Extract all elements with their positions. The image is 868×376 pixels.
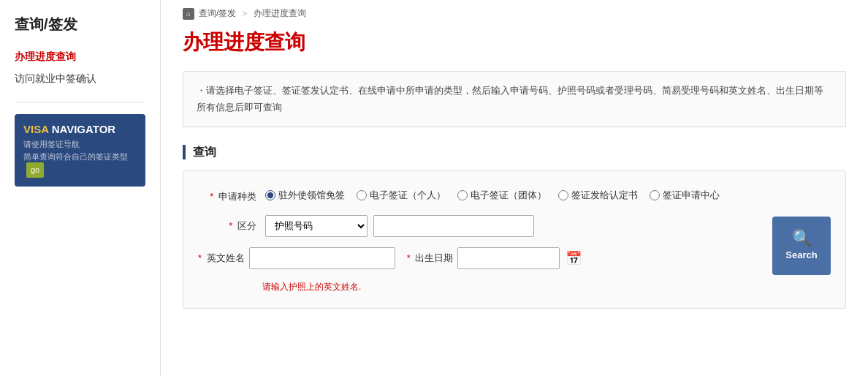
visa-navigator-title: VISA NAVIGATOR [23,123,137,135]
sidebar: 查询/签发 办理进度查询 访问就业中签确认 VISA NAVIGATOR 请使用… [0,0,161,376]
application-type-label: * 申请种类 [198,186,256,203]
application-type-row: * 申请种类 驻外使领馆免签 电子签证（个人） 电子签证（团体） [198,186,831,203]
dob-group: * 出生日期 📅 [407,247,582,269]
radio-embassy[interactable]: 驻外使领馆免签 [265,189,345,202]
application-type-radio-group: 驻外使领馆免签 电子签证（个人） 电子签证（团体） 签证发给认定书 [265,186,831,202]
visa-brand: VISA [23,123,48,135]
sidebar-divider [15,102,145,102]
dob-input[interactable] [457,247,560,269]
english-name-input[interactable] [249,247,395,269]
radio-center[interactable]: 签证申请中心 [650,189,720,202]
category-select[interactable]: 护照号码 [265,215,368,237]
radio-cert[interactable]: 签证发给认定书 [558,189,638,202]
fields-column: * 区分 护照号码 [198,215,764,293]
required-star-2: * [229,220,232,231]
english-name-error: 请输入护照上的英文姓名. [262,281,361,293]
radio-e-visa-personal-label: 电子签证（个人） [370,189,446,202]
category-row: * 区分 护照号码 [198,215,764,237]
search-button-label: Search [785,249,817,260]
main-content: ⌂ 查询/签发 ＞ 办理进度查询 办理进度查询 ・请选择电子签证、签证签发认定书… [161,0,868,376]
calendar-icon[interactable]: 📅 [566,250,582,266]
visa-navigator-line1: 请使用签证导航 简单查询符合自己的签证类型 go [23,138,137,178]
radio-e-visa-personal[interactable]: 电子签证（个人） [357,189,446,202]
combined-fields-row: * 区分 护照号码 [198,215,831,293]
sidebar-item-progress[interactable]: 办理进度查询 [15,46,145,68]
radio-embassy-label: 驻外使领馆免签 [278,189,345,202]
radio-center-label: 签证申请中心 [663,189,720,202]
radio-center-input[interactable] [650,190,660,200]
search-button[interactable]: 🔍 Search [772,217,831,275]
radio-cert-input[interactable] [558,190,568,200]
radio-e-visa-group[interactable]: 电子签证（团体） [457,189,547,202]
english-name-group: * 英文姓名 [198,247,395,269]
search-icon: 🔍 [792,230,812,247]
radio-e-visa-personal-input[interactable] [357,190,367,200]
visa-go-button[interactable]: go [26,162,44,178]
required-star-4: * [407,252,411,263]
home-icon[interactable]: ⌂ [183,8,194,20]
name-dob-outer-row: * 英文姓名 * 出生日期 � [198,247,764,293]
form-box: * 申请种类 驻外使领馆免签 电子签证（个人） 电子签证（团体） [183,170,846,309]
section-bar [183,145,186,159]
dob-label: * 出生日期 [407,252,454,265]
required-star-3: * [198,252,202,263]
sidebar-item-employment[interactable]: 访问就业中签确认 [15,68,145,90]
sidebar-nav: 办理进度查询 访问就业中签确认 [0,46,160,90]
english-name-label: * 英文姓名 [198,252,245,265]
name-dob-row: * 英文姓名 * 出生日期 � [198,247,582,269]
radio-e-visa-group-label: 电子签证（团体） [471,189,547,202]
navigator-text: NAVIGATOR [52,123,116,135]
category-text-input[interactable] [373,215,534,237]
info-text: ・请选择电子签证、签证签发认定书、在线申请中所申请的类型，然后输入申请号码、护照… [197,85,823,113]
breadcrumb-separator: ＞ [240,7,249,20]
search-btn-container: 🔍 Search [772,215,831,275]
visa-navigator-banner[interactable]: VISA NAVIGATOR 请使用签证导航 简单查询符合自己的签证类型 go [15,114,145,187]
required-star-1: * [210,191,213,202]
breadcrumb-link-query[interactable]: 查询/签发 [199,7,236,20]
breadcrumb-current: 办理进度查询 [254,7,306,20]
info-box: ・请选择电子签证、签证签发认定书、在线申请中所申请的类型，然后输入申请号码、护照… [183,71,846,127]
page-title: 办理进度查询 [183,29,846,56]
radio-embassy-input[interactable] [265,190,275,200]
category-input-row: 护照号码 [265,215,764,237]
section-heading: 查询 [183,145,846,160]
sidebar-title: 查询/签发 [0,15,160,46]
radio-cert-label: 签证发给认定书 [571,189,638,202]
category-label: * 区分 [198,215,256,233]
radio-e-visa-group-input[interactable] [457,190,468,200]
breadcrumb: ⌂ 查询/签发 ＞ 办理进度查询 [183,7,846,20]
section-label: 查询 [193,145,216,160]
